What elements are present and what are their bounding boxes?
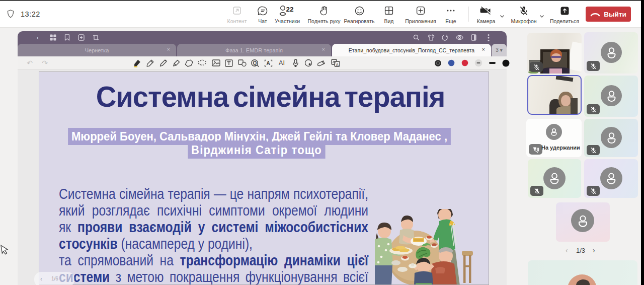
svg-text:A: A [336,62,339,67]
svg-text:22: 22 [286,6,294,13]
svg-text:Q: Q [253,60,257,66]
svg-text:A: A [266,60,270,66]
